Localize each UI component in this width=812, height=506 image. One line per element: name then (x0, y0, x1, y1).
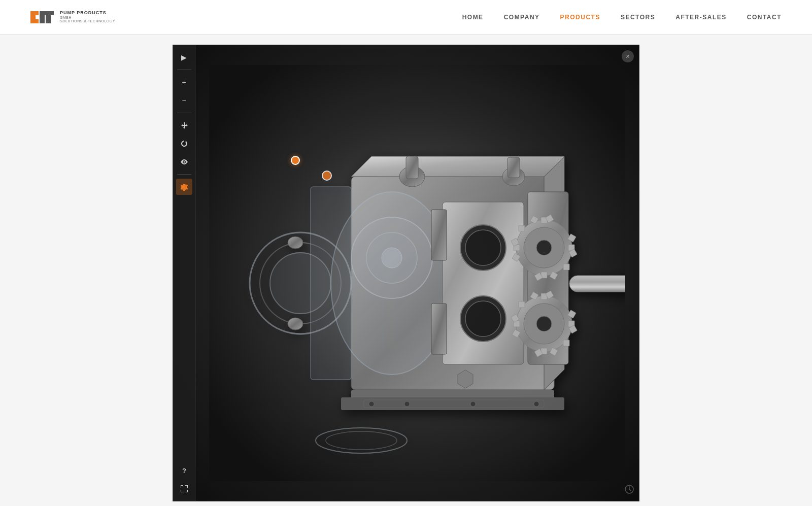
rotate-button[interactable] (176, 136, 192, 152)
hotspot-marker[interactable] (291, 156, 300, 165)
svg-rect-60 (519, 301, 525, 308)
close-button[interactable]: × (622, 50, 634, 62)
svg-point-63 (536, 316, 552, 331)
svg-rect-38 (563, 264, 569, 270)
fullscreen-button[interactable] (176, 481, 192, 497)
svg-point-78 (288, 318, 303, 330)
zoom-in-button[interactable]: + (176, 74, 192, 90)
brand-name: PUMP PRODUCTS (60, 11, 115, 16)
pump-3d-svg (209, 65, 625, 481)
logo-icon (30, 7, 55, 27)
svg-point-76 (534, 401, 539, 407)
header: PUMP PRODUCTS GMBH SOLUTIONS & TECHNOLOG… (0, 0, 812, 35)
svg-point-26 (465, 301, 501, 336)
svg-point-17 (382, 248, 402, 268)
svg-rect-55 (563, 340, 569, 346)
logo: PUMP PRODUCTS GMBH SOLUTIONS & TECHNOLOG… (30, 7, 115, 27)
svg-rect-43 (519, 225, 525, 231)
play-button[interactable]: ▶ (176, 49, 192, 65)
nav-company[interactable]: COMPANY (504, 14, 540, 21)
viewer-toolbar: ▶ + − (173, 45, 195, 501)
brand-sub-2: SOLUTIONS & TECHNOLOGY (60, 19, 115, 23)
3d-viewer[interactable]: ▶ + − (173, 45, 639, 501)
nav-contact[interactable]: CONTACT (747, 14, 782, 21)
svg-rect-64 (569, 276, 625, 292)
nav-sectors[interactable]: SECTORS (621, 14, 655, 21)
svg-rect-1 (30, 11, 39, 15)
svg-point-46 (536, 240, 552, 255)
main-nav: HOME COMPANY PRODUCTS SECTORS AFTER-SALE… (462, 14, 782, 21)
pump-visual (195, 45, 639, 501)
svg-point-7 (183, 161, 185, 163)
pan-button[interactable] (176, 117, 192, 133)
svg-rect-2 (30, 19, 39, 23)
svg-point-75 (470, 401, 476, 407)
svg-point-80 (322, 171, 331, 180)
toolbar-divider-2 (177, 113, 191, 113)
svg-rect-21 (311, 187, 351, 380)
toolbar-bottom: ? (173, 462, 195, 497)
nav-products[interactable]: PRODUCTS (560, 14, 600, 21)
nav-home[interactable]: HOME (462, 14, 484, 21)
svg-point-77 (288, 237, 303, 249)
zoom-out-button[interactable]: − (176, 92, 192, 109)
brand-sub-1: GMBH (60, 16, 115, 20)
help-button[interactable]: ? (176, 462, 192, 479)
svg-rect-69 (507, 157, 520, 178)
svg-point-74 (404, 401, 410, 407)
settings-button[interactable] (176, 179, 192, 195)
close-icon: × (626, 52, 630, 60)
svg-rect-6 (46, 11, 54, 15)
corner-icon (625, 485, 634, 496)
logo-text: PUMP PRODUCTS GMBH SOLUTIONS & TECHNOLOG… (60, 11, 115, 23)
svg-point-24 (465, 230, 501, 265)
svg-rect-28 (431, 303, 447, 354)
svg-rect-72 (364, 400, 544, 408)
main-content: ▶ + − (0, 35, 812, 506)
toolbar-divider-1 (177, 70, 191, 70)
toolbar-divider-3 (177, 174, 191, 175)
svg-rect-27 (431, 210, 447, 260)
nav-aftersales[interactable]: AFTER-SALES (675, 14, 727, 21)
visibility-button[interactable] (176, 154, 192, 170)
svg-rect-67 (406, 156, 418, 179)
svg-point-73 (369, 401, 374, 407)
svg-marker-10 (351, 156, 564, 177)
